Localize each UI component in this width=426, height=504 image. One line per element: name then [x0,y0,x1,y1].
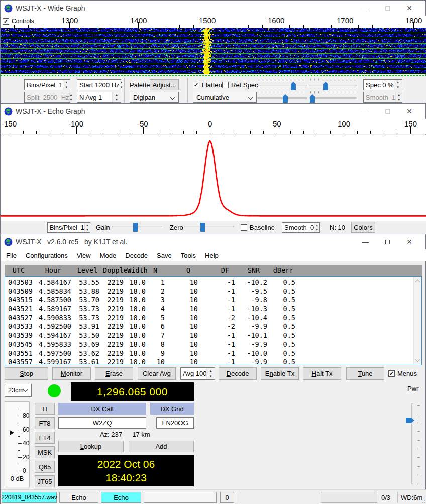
table-row[interactable]: 0435214.58916753.73221918.0410-1-10.30.5 [5,305,413,314]
colors-button[interactable]: Colors [351,222,375,233]
mode-button-jt65[interactable]: JT65 [35,475,55,487]
spectrum-mode-select[interactable]: Cumulative [193,92,257,103]
erase-button[interactable]: Erase [95,367,133,380]
spec-percent-spinner[interactable]: Spec 0 % [363,79,402,90]
resize-grip[interactable] [421,499,425,503]
decode-button[interactable]: Decode [219,367,257,380]
spinner-arrows-icon[interactable] [394,80,402,90]
ruler-tick [196,131,197,134]
maximize-icon[interactable] [376,4,398,12]
palette-adjust-button[interactable]: Adjust... [150,79,179,90]
avg-spinner[interactable]: Avg 100 [180,367,215,380]
echo-gain-slider[interactable] [112,220,162,232]
start-freq-spinner[interactable]: Start 1200 Hz [77,79,121,90]
bins-per-pixel-spinner[interactable]: Bins/Pixel 1 [24,79,70,90]
monitor-button[interactable]: Monitor [52,367,91,380]
table-row[interactable]: 0435094.58583453.88221918.0210-1-9.50.5 [5,287,413,296]
menu-tools[interactable]: Tools [176,249,200,261]
ref-spec-checkbox[interactable]: Ref Spec [222,81,258,89]
checkbox-box [241,224,247,231]
tune-button[interactable]: Tune [346,367,384,380]
menu-file[interactable]: File [2,249,21,261]
table-scrollbar[interactable] [413,277,421,364]
table-row[interactable]: 0435274.59083353.73221918.0510-2-10.40.5 [5,314,413,323]
menu-decode[interactable]: Decode [121,249,152,261]
maximize-icon[interactable] [376,238,398,246]
mode-button-h[interactable]: H [35,403,55,415]
mode-button-msk[interactable]: MSK [35,446,55,458]
waterfall-display[interactable] [1,28,426,74]
echo-zero-slider[interactable] [184,220,234,232]
band-select[interactable]: 23cm [5,384,32,397]
scroll-up-icon[interactable] [415,280,420,285]
spinner-arrows-icon[interactable] [120,80,123,90]
ruler-tick [63,131,63,134]
menu-save[interactable]: Save [152,249,176,261]
table-row[interactable]: 0435034.58416753.55221918.0110-1-10.20.5 [5,278,413,287]
close-icon[interactable]: ✕ [398,107,420,115]
menu-mode[interactable]: Mode [95,249,121,261]
datetime-display: 2022 Oct 06 18:40:23 [58,455,194,486]
minimize-icon[interactable]: — [354,4,376,12]
menu-view[interactable]: View [72,249,95,261]
spinner-arrows-icon[interactable] [84,223,90,232]
spectrum-gain-slider[interactable] [258,91,307,103]
spinner-arrows-icon[interactable] [206,368,215,379]
baseline-checkbox[interactable]: Baseline [241,224,275,231]
menu-configurations[interactable]: Configurations [21,249,72,261]
flatten-checkbox[interactable]: Flatten [193,81,222,89]
spinner-arrows-icon[interactable] [314,223,320,232]
clear-avg-button[interactable]: Clear Avg [138,367,176,380]
meter-axis [18,409,18,471]
meter-tick [18,450,20,451]
ruler-tick [400,25,400,28]
meter-unit-label: 0 dB [5,475,29,482]
minimize-icon[interactable]: — [354,238,376,246]
lookup-button[interactable]: Lookup [58,441,124,452]
add-button[interactable]: Add [129,441,194,452]
mode-button-ft4[interactable]: FT4 [35,432,55,444]
spinner-arrows-icon[interactable] [112,92,121,102]
spinner-arrows-icon[interactable] [63,80,70,90]
mode-button-q65[interactable]: Q65 [35,461,55,473]
spectrum-zero-slider[interactable] [309,91,357,103]
frequency-ruler[interactable]: Controls 130014001500160017001800 [1,16,426,28]
close-icon[interactable]: ✕ [398,238,420,246]
table-row[interactable]: 0435574.59916753.61221918.01010-1-9.90.5 [5,358,413,367]
scroll-down-icon[interactable] [415,357,420,362]
measurement-table-header: UTCHourLevelDopplerWidthNQDFSNRdBerr [5,265,422,276]
table-row[interactable]: 0435334.59250053.91221918.0610-2-9.90.5 [5,322,413,331]
status-mode: Echo [59,492,98,503]
echo-bins-per-pixel-spinner[interactable]: Bins/Pixel 1 [47,222,90,233]
table-row[interactable]: 0435394.59416753.50221918.0710-1-10.10.5 [5,331,413,340]
waterfall-zero-slider[interactable] [309,79,357,91]
ruler-tick [179,25,180,28]
table-row[interactable]: 0435154.58750053.70221918.0310-1-9.80.5 [5,296,413,305]
n-avg-spinner[interactable]: N Avg 1 [77,92,121,103]
ruler-tick [42,25,42,28]
waterfall-gain-slider[interactable] [258,79,307,91]
controls-checkbox[interactable]: Controls [3,18,34,25]
meter-tick [18,471,22,471]
maximize-icon[interactable] [376,107,398,115]
menu-help[interactable]: Help [200,249,223,261]
halt-tx-button[interactable]: Halt Tx [303,367,341,380]
enable-tx-button[interactable]: Enable Tx [261,367,299,380]
close-icon[interactable]: ✕ [398,4,420,12]
palette-select[interactable]: Digipan [130,92,179,103]
wide-graph-titlebar[interactable]: WSJT-X - Wide Graph — ✕ [1,1,425,16]
ruler-tick [303,25,304,28]
echo-graph-titlebar[interactable]: WSJT-X - Echo Graph — ✕ [1,104,425,119]
dx-grid-input[interactable]: FN20OG [156,417,194,429]
pwr-slider[interactable] [402,400,422,486]
stop-button[interactable]: Stop [5,367,48,380]
measurement-table[interactable]: 0435034.58416753.55221918.0110-1-10.20.5… [5,276,422,365]
minimize-icon[interactable]: — [354,107,376,115]
main-titlebar[interactable]: WSJT-X v2.6.0-rc5 by K1JT et al. — ✕ [1,234,425,249]
menus-checkbox[interactable]: Menus [388,370,417,377]
mode-button-ft8[interactable]: FT8 [35,417,55,429]
echo-smooth-spinner[interactable]: Smooth 0 [282,222,320,233]
dx-call-input[interactable]: W2ZQ [58,417,146,429]
table-row[interactable]: 0435454.59583353.69221918.0810-1-9.90.5 [5,340,413,349]
table-row[interactable]: 0435514.59750053.62221918.0910-1-10.00.5 [5,349,413,358]
